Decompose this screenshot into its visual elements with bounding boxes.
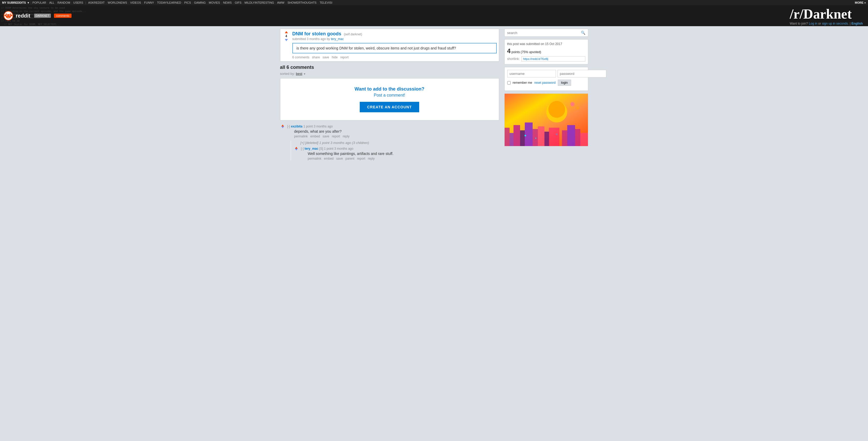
post-body-text: is there any good working DNM for stolen…: [292, 43, 497, 54]
comment-3: [-] tery_mac [S] 1 point 3 months ago We…: [294, 147, 499, 161]
nav-showerthoughts[interactable]: SHOWERTHOUGHTS: [287, 1, 316, 4]
reddit-alien-icon: [3, 10, 13, 21]
svg-rect-19: [533, 129, 538, 146]
sort-dropdown-icon[interactable]: ▼: [303, 72, 306, 75]
svg-rect-23: [567, 125, 575, 146]
login-link-header[interactable]: Log in: [809, 22, 817, 25]
comment-1-downvote[interactable]: [281, 127, 284, 128]
upvote-button[interactable]: [285, 31, 288, 33]
c1-save[interactable]: save: [322, 135, 329, 138]
svg-rect-25: [580, 133, 588, 146]
svg-rect-22: [562, 130, 567, 146]
nav-videos[interactable]: VIDEOS: [130, 1, 141, 4]
nav-mildlyinteresting[interactable]: MILDLYINTERESTING: [244, 1, 274, 4]
reddit-logo-text[interactable]: reddit: [16, 13, 30, 19]
deleted-collapse[interactable]: [+]: [301, 141, 305, 145]
sidebar-banner[interactable]: r/ImaginaryColorScapes: [504, 94, 588, 146]
comments-badge[interactable]: comments: [54, 13, 71, 18]
post-meta: submitted 3 months ago by tery_mac: [292, 37, 497, 41]
reset-password-link[interactable]: reset password: [534, 81, 555, 84]
post-title-link[interactable]: DNM for stolen goods: [292, 31, 341, 36]
vote-column: 4: [282, 31, 290, 59]
nav-popular[interactable]: POPULAR: [32, 1, 46, 4]
nav-aww[interactable]: AWW: [277, 1, 284, 4]
c3-report[interactable]: report: [357, 157, 365, 161]
svg-point-2: [6, 14, 11, 18]
search-input[interactable]: [507, 31, 581, 35]
comment-3-upvote[interactable]: [295, 147, 298, 149]
sort-value[interactable]: best: [296, 72, 302, 76]
svg-rect-16: [514, 125, 520, 146]
svg-rect-18: [525, 123, 533, 146]
darknet-badge[interactable]: DARKNET: [34, 13, 51, 18]
c1-report[interactable]: report: [332, 135, 340, 138]
nav-movies[interactable]: MOVIES: [209, 1, 220, 4]
c3-embed[interactable]: embed: [324, 157, 334, 161]
comment-3-downvote[interactable]: [295, 149, 298, 150]
post-comments-link[interactable]: 6 comments: [292, 56, 309, 59]
comment-3-author[interactable]: tery_mac: [305, 147, 318, 150]
post-share-link[interactable]: share: [312, 56, 320, 59]
c3-parent[interactable]: parent: [346, 157, 354, 161]
comment-1-author[interactable]: exzibita: [291, 125, 303, 128]
signup-link-header[interactable]: sign up in seconds.: [822, 22, 849, 25]
language-selector[interactable]: English: [851, 22, 863, 25]
nav-gaming[interactable]: GAMING: [194, 1, 206, 4]
c1-reply[interactable]: reply: [343, 135, 349, 138]
comment-1-points: 1 point: [303, 125, 313, 128]
remember-me-checkbox[interactable]: [507, 81, 510, 84]
sidebar: 🔍 this post was submitted on 15 Oct 2017…: [504, 29, 588, 164]
svg-rect-21: [545, 132, 549, 146]
post-author-link[interactable]: tery_mac: [331, 37, 344, 41]
nav-news[interactable]: NEWS: [223, 1, 231, 4]
nav-separator: |: [31, 1, 31, 4]
more-link[interactable]: MORE »: [855, 1, 866, 4]
login-button[interactable]: login: [558, 79, 571, 86]
comment-1-meta: [-] exzibita 1 point 3 months ago: [287, 125, 499, 128]
nav-askreddit[interactable]: ASKREDDIT: [88, 1, 104, 4]
svg-rect-20: [538, 127, 545, 146]
comment-deleted: [+] [deleted] 1 point 3 months ago (3 ch…: [290, 141, 499, 161]
shortlink-input[interactable]: [521, 56, 585, 62]
post-domain: (self.darknet): [344, 32, 362, 36]
create-account-button[interactable]: CREATE AN ACCOUNT: [360, 102, 419, 112]
comment-1-body: depends, what are you after?: [294, 129, 499, 133]
comment-1-collapse[interactable]: [-]: [287, 125, 290, 128]
subreddit-header: // DOOM determines the sky texture to be…: [0, 5, 868, 26]
search-icon: 🔍: [581, 31, 585, 35]
comments-header: all 6 comments: [280, 65, 499, 70]
downvote-button[interactable]: [285, 39, 288, 41]
shortlink-label: shortlink:: [507, 57, 520, 61]
comment-1-upvote[interactable]: [281, 125, 284, 127]
comment-3-collapse[interactable]: [-]: [301, 147, 304, 150]
c3-reply[interactable]: reply: [368, 157, 375, 161]
nav-todayilearned[interactable]: TODAYILEARNED: [157, 1, 181, 4]
login-fields-row: [507, 70, 585, 77]
nav-funny[interactable]: FUNNY: [144, 1, 154, 4]
c3-save[interactable]: save: [336, 157, 343, 161]
svg-point-26: [570, 102, 575, 106]
post-report-link[interactable]: report: [340, 56, 348, 59]
nav-random[interactable]: RANDOM: [57, 1, 70, 4]
my-subreddits-label[interactable]: MY SUBREDDITS: [2, 1, 26, 4]
password-input[interactable]: [558, 70, 606, 77]
svg-rect-31: [549, 128, 559, 146]
nav-worldnews[interactable]: WORLDNEWS: [108, 1, 127, 4]
c3-permalink[interactable]: permalink: [308, 157, 321, 161]
subreddit-title-block: /r/Darknet Want to join? Log in or sign …: [790, 6, 863, 25]
nav-users[interactable]: USERS: [73, 1, 83, 4]
svg-rect-15: [509, 133, 514, 146]
c1-permalink[interactable]: permalink: [294, 135, 308, 138]
post-save-link[interactable]: save: [322, 56, 329, 59]
nav-televisi[interactable]: TELEVISI: [320, 1, 332, 4]
username-input[interactable]: [507, 70, 556, 77]
nav-arrow[interactable]: ▼: [27, 1, 30, 4]
nav-all[interactable]: ALL: [49, 1, 55, 4]
nav-pics[interactable]: PICS: [184, 1, 191, 4]
subreddit-name: /r/Darknet: [790, 6, 863, 22]
nav-gifs[interactable]: GIFS: [235, 1, 242, 4]
svg-point-10: [4, 15, 6, 16]
svg-rect-14: [505, 128, 509, 146]
post-hide-link[interactable]: hide: [332, 56, 338, 59]
c1-embed[interactable]: embed: [310, 135, 320, 138]
